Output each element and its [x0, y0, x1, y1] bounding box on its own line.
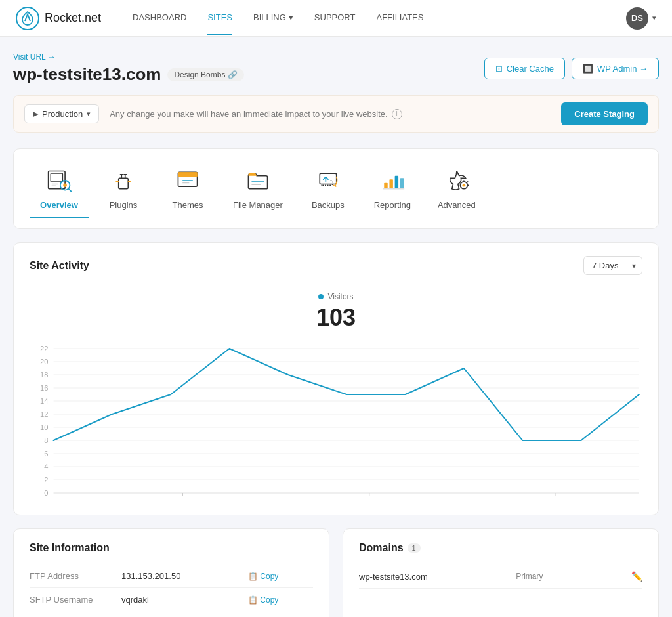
sftp-row: SFTP Username vqrdakl 📋 Copy: [30, 588, 313, 612]
site-info-title: Site Information: [30, 542, 110, 554]
svg-rect-2: [51, 173, 62, 182]
avatar: DS: [626, 7, 648, 30]
svg-text:4: 4: [44, 463, 48, 471]
tab-overview-label: Overview: [40, 200, 78, 210]
nav-dashboard[interactable]: DASHBOARD: [133, 1, 186, 35]
line-chart: 22 20 18 16 14 12 10 8 6 4 2 0: [30, 342, 642, 500]
svg-line-5: [69, 189, 72, 192]
tab-plugins-label: Plugins: [110, 200, 138, 210]
domain-edit-icon[interactable]: ✏️: [631, 571, 642, 582]
link-icon: 🔗: [228, 70, 238, 79]
domain-name: wp-testsite13.com: [359, 572, 428, 582]
site-header-actions: ⊡ Clear Cache 🔲 WP Admin →: [484, 58, 659, 79]
svg-point-32: [463, 184, 466, 187]
site-title: wp-testsite13.com Design Bombs 🔗: [13, 64, 244, 85]
period-selector[interactable]: 7 Days 14 Days 30 Days: [583, 256, 642, 275]
plugins-icon: [109, 166, 138, 195]
tab-backups-label: Backups: [312, 200, 345, 210]
environment-bar: ▶ Production ▾ Any change you make will …: [13, 95, 659, 133]
tab-reporting-label: Reporting: [374, 200, 411, 210]
chart-svg-wrapper: 22 20 18 16 14 12 10 8 6 4 2 0: [30, 342, 642, 501]
cache-icon: ⊡: [495, 64, 503, 74]
env-label: Production: [42, 109, 83, 119]
reporting-icon: [378, 166, 407, 195]
advanced-icon: [442, 166, 471, 195]
svg-rect-29: [400, 178, 404, 188]
domains-card: Domains 1 wp-testsite13.com Primary ✏️: [343, 528, 659, 617]
site-activity-card: Site Activity 7 Days 14 Days 30 Days Vis…: [13, 242, 659, 515]
nav-billing[interactable]: BILLING ▾: [253, 1, 293, 35]
svg-text:Feb 05: Feb 05: [358, 498, 381, 500]
domain-row: wp-testsite13.com Primary ✏️: [359, 564, 642, 589]
nav-support[interactable]: SUPPORT: [314, 1, 356, 35]
chart-area: Visitors 103 22 20 18 16 14 12 10 8 6 4 …: [30, 286, 642, 501]
user-avatar-wrapper[interactable]: DS ▾: [626, 7, 656, 30]
tab-advanced-label: Advanced: [438, 200, 476, 210]
info-icon[interactable]: i: [392, 109, 402, 119]
tab-overview[interactable]: Overview: [30, 160, 89, 218]
domains-title-area: Domains 1: [359, 542, 421, 554]
backups-icon: [314, 166, 343, 195]
svg-text:16: 16: [40, 384, 48, 392]
tabs-list: Overview Plugins: [30, 160, 642, 218]
period-selector-wrapper: 7 Days 14 Days 30 Days: [583, 256, 642, 275]
avatar-chevron-icon: ▾: [652, 14, 656, 22]
svg-text:10: 10: [40, 423, 48, 431]
sftp-label: SFTP Username: [30, 588, 121, 612]
environment-selector[interactable]: ▶ Production ▾: [24, 104, 99, 123]
domains-title: Domains: [359, 542, 404, 554]
svg-rect-8: [119, 178, 129, 188]
svg-text:18: 18: [40, 371, 48, 379]
ftp-copy-button[interactable]: 📋 Copy: [248, 572, 278, 581]
svg-point-0: [16, 7, 39, 30]
svg-rect-27: [389, 179, 392, 189]
badge-label: Design Bombs: [174, 70, 225, 79]
tab-advanced[interactable]: Advanced: [427, 160, 486, 218]
tab-backups[interactable]: Backups: [299, 160, 358, 218]
file-manager-icon: [243, 166, 272, 195]
themes-icon: [173, 166, 202, 195]
logo[interactable]: Rocket.net: [16, 7, 101, 30]
site-info-table: FTP Address 131.153.201.50 📋 Copy SFTP U…: [30, 564, 313, 611]
tab-themes[interactable]: Themes: [158, 160, 217, 218]
nav-sites[interactable]: SITES: [207, 1, 232, 35]
wp-admin-icon: 🔲: [583, 64, 593, 74]
svg-text:14: 14: [40, 397, 48, 405]
visit-url-link[interactable]: Visit URL →: [13, 53, 244, 62]
tab-file-manager[interactable]: File Manager: [222, 160, 293, 218]
ftp-row: FTP Address 131.153.201.50 📋 Copy: [30, 564, 313, 588]
card-header: Site Activity 7 Days 14 Days 30 Days: [30, 256, 642, 275]
svg-rect-26: [384, 183, 387, 189]
sftp-copy-button[interactable]: 📋 Copy: [248, 595, 278, 605]
billing-chevron-icon: ▾: [289, 12, 293, 22]
top-navigation: Rocket.net DASHBOARD SITES BILLING ▾ SUP…: [0, 0, 672, 37]
overview-icon: [45, 166, 74, 195]
svg-text:22: 22: [40, 345, 48, 352]
legend-dot: [318, 294, 324, 299]
visitor-count: 103: [30, 304, 642, 331]
svg-text:Feb 03: Feb 03: [171, 498, 194, 500]
create-staging-button[interactable]: Create Staging: [561, 102, 648, 125]
site-domain: wp-testsite13.com: [13, 64, 161, 85]
wp-admin-button[interactable]: 🔲 WP Admin →: [572, 58, 659, 79]
logo-icon: [16, 7, 39, 30]
clear-cache-label: Clear Cache: [507, 64, 554, 74]
svg-text:0: 0: [44, 489, 48, 497]
tab-plugins[interactable]: Plugins: [94, 160, 153, 218]
domains-count: 1: [408, 543, 421, 553]
tab-reporting[interactable]: Reporting: [363, 160, 422, 218]
tab-themes-label: Themes: [173, 200, 203, 210]
page-content: Visit URL → wp-testsite13.com Design Bom…: [0, 37, 672, 617]
wp-admin-label: WP Admin →: [597, 64, 648, 74]
bottom-grid: Site Information FTP Address 131.153.201…: [13, 528, 659, 617]
site-header: Visit URL → wp-testsite13.com Design Bom…: [13, 53, 659, 85]
svg-rect-17: [178, 172, 197, 177]
chart-legend: Visitors: [30, 292, 642, 301]
clear-cache-button[interactable]: ⊡ Clear Cache: [484, 58, 565, 79]
svg-text:Feb 07: Feb 07: [545, 498, 568, 500]
nav-affiliates[interactable]: AFFILIATES: [376, 1, 423, 35]
play-icon: ▶: [33, 110, 38, 118]
svg-rect-28: [395, 176, 398, 189]
svg-text:12: 12: [40, 410, 48, 418]
logo-text: Rocket.net: [45, 11, 101, 25]
